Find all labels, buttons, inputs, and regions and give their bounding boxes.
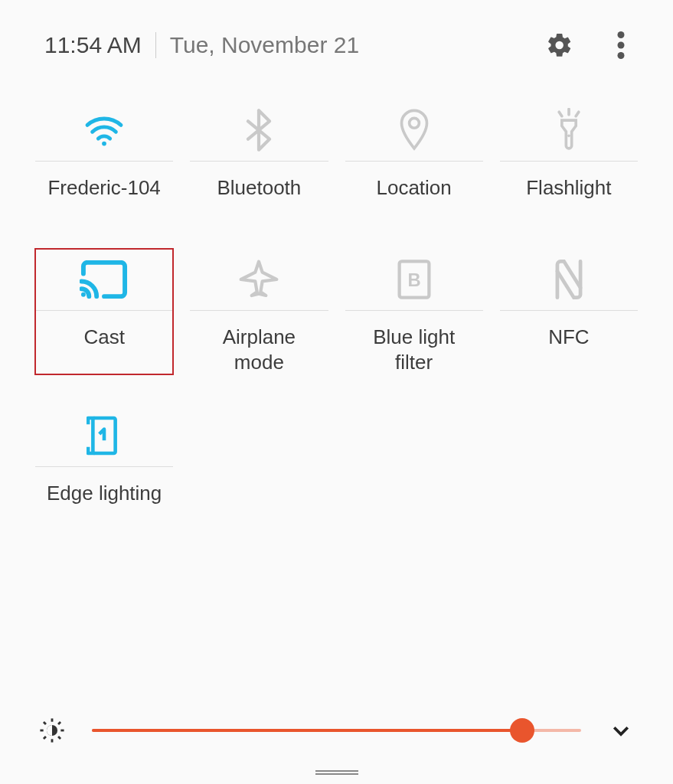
- svg-line-19: [58, 737, 60, 739]
- tile-label: Bluetooth: [217, 162, 301, 218]
- airplane-icon: [190, 249, 328, 310]
- bluetooth-icon: [190, 100, 328, 161]
- quick-settings-header: 11:54 AM Tue, November 21: [0, 0, 673, 69]
- flashlight-icon: [500, 100, 638, 161]
- tile-airplane[interactable]: Airplanemode: [190, 249, 328, 374]
- tile-cast[interactable]: Cast: [35, 249, 173, 374]
- more-button[interactable]: [606, 30, 636, 60]
- brightness-expand-button[interactable]: [606, 715, 636, 746]
- tile-label: Cast: [83, 311, 124, 368]
- tile-label: Blue lightfilter: [373, 311, 455, 374]
- tile-flashlight[interactable]: Flashlight: [500, 100, 638, 218]
- svg-line-6: [559, 112, 562, 116]
- svg-point-4: [409, 118, 419, 128]
- svg-point-1: [618, 42, 625, 49]
- brightness-icon: [37, 715, 67, 746]
- brightness-row: [0, 715, 673, 746]
- svg-point-3: [102, 142, 106, 146]
- brightness-slider-thumb[interactable]: [510, 718, 534, 743]
- tile-label: Frederic-104: [47, 162, 160, 218]
- panel-drag-handle[interactable]: [315, 770, 358, 775]
- chevron-down-icon: [609, 719, 632, 742]
- svg-text:B: B: [407, 270, 420, 290]
- tile-label: Location: [376, 162, 451, 218]
- svg-point-2: [618, 52, 625, 59]
- svg-line-20: [44, 737, 46, 739]
- tile-label: NFC: [548, 311, 589, 368]
- tile-label: Edge lighting: [47, 467, 162, 524]
- more-vertical-icon: [617, 31, 625, 59]
- quick-settings-tiles: Frederic-104 Bluetooth Location Flashlig…: [0, 69, 673, 524]
- svg-point-9: [81, 292, 86, 297]
- tile-wifi[interactable]: Frederic-104: [35, 100, 173, 218]
- tile-label: Airplanemode: [223, 311, 296, 374]
- tile-label: Flashlight: [526, 162, 611, 218]
- tile-edgelighting[interactable]: Edge lighting: [35, 405, 173, 524]
- tile-bluetooth[interactable]: Bluetooth: [190, 100, 328, 218]
- location-icon: [345, 100, 483, 161]
- edgelighting-icon: [35, 405, 173, 466]
- wifi-icon: [35, 100, 173, 161]
- tile-bluelight[interactable]: B Blue lightfilter: [345, 249, 483, 374]
- tile-location[interactable]: Location: [345, 100, 483, 218]
- clock-date: Tue, November 21: [155, 32, 359, 58]
- brightness-slider-fill: [92, 729, 522, 732]
- cast-icon: [35, 249, 173, 310]
- clock-time: 11:54 AM: [44, 32, 142, 58]
- svg-line-21: [58, 722, 60, 724]
- settings-button[interactable]: [544, 30, 575, 60]
- nfc-icon: [500, 249, 638, 310]
- svg-point-0: [618, 31, 625, 38]
- svg-line-18: [44, 722, 46, 724]
- tile-nfc[interactable]: NFC: [500, 249, 638, 374]
- bluelight-icon: B: [345, 249, 483, 310]
- brightness-slider[interactable]: [92, 715, 581, 746]
- svg-line-7: [576, 112, 579, 116]
- gear-icon: [546, 31, 573, 59]
- svg-point-8: [567, 135, 570, 138]
